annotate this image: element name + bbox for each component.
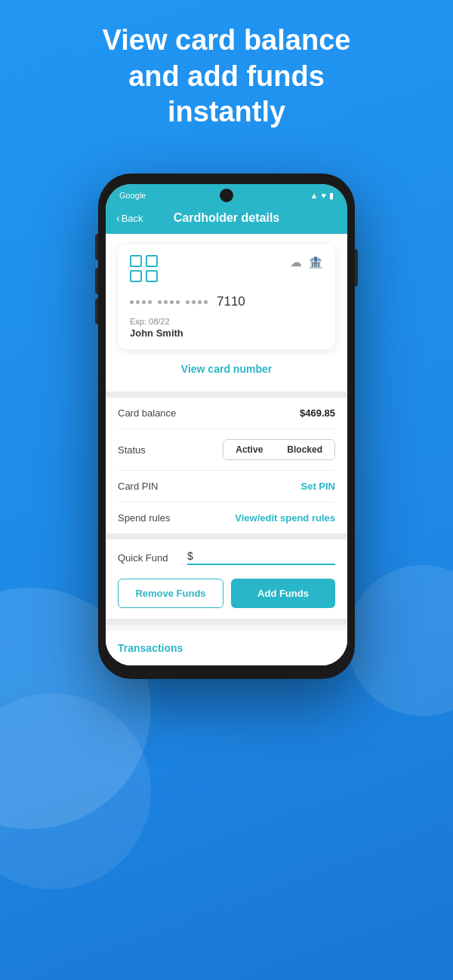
card-top-row: ☁ 🏦: [130, 255, 323, 282]
spend-rules-row: Spend rules View/edit spend rules: [118, 502, 335, 533]
active-button[interactable]: Active: [223, 440, 275, 459]
divider-3: [106, 619, 347, 625]
dollar-sign: $: [187, 550, 193, 562]
hero-title: View card balance and add funds instantl…: [0, 23, 453, 131]
app-header: ‹ Back Cardholder details: [106, 205, 347, 234]
status-toggle: Active Blocked: [223, 439, 335, 460]
divider-1: [106, 392, 347, 398]
credit-card: ☁ 🏦: [118, 244, 335, 349]
status-label: Status: [118, 444, 146, 456]
quick-fund-section: Quick Fund $: [106, 539, 347, 571]
signal-icon: ▲: [310, 191, 319, 200]
dot: [170, 300, 174, 304]
camera-notch: [220, 189, 233, 202]
view-card-button[interactable]: View card number: [118, 355, 335, 384]
logo-cell-3: [130, 270, 142, 282]
balance-value: $469.85: [300, 407, 335, 419]
quick-fund-input[interactable]: [196, 550, 335, 562]
spend-rules-label: Spend rules: [118, 512, 170, 524]
dot: [204, 300, 208, 304]
back-label: Back: [122, 213, 143, 224]
back-arrow-icon: ‹: [116, 212, 120, 224]
remove-funds-button[interactable]: Remove Funds: [118, 579, 223, 608]
dot: [142, 300, 146, 304]
dot: [148, 300, 152, 304]
transactions-link[interactable]: Transactions: [118, 642, 183, 654]
status-icons: ▲ ♥ ▮: [310, 191, 334, 201]
wifi-icon: ♥: [321, 191, 326, 200]
blocked-button[interactable]: Blocked: [275, 440, 334, 459]
dot: [136, 300, 140, 304]
dots-group-1: [130, 300, 152, 304]
dot: [158, 300, 162, 304]
pin-label: Card PIN: [118, 481, 158, 492]
dots-group-2: [158, 300, 180, 304]
spend-rules-link[interactable]: View/edit spend rules: [235, 512, 335, 524]
dot: [186, 300, 190, 304]
carrier-label: Google: [119, 191, 146, 200]
cloud-icon[interactable]: ☁: [290, 255, 302, 269]
card-last4: 7110: [217, 294, 245, 309]
quick-fund-input-wrap: $: [187, 550, 335, 565]
status-row: Status Active Blocked: [118, 429, 335, 471]
logo-cell-4: [146, 270, 158, 282]
card-section: ☁ 🏦: [106, 234, 347, 392]
dot: [164, 300, 168, 304]
add-funds-button[interactable]: Add Funds: [231, 579, 335, 608]
quick-fund-row: Quick Fund $: [118, 539, 335, 571]
dot: [198, 300, 202, 304]
battery-icon: ▮: [329, 191, 334, 201]
dot: [130, 300, 134, 304]
info-section: Card balance $469.85 Status Active Block…: [106, 398, 347, 533]
phone-mockup: Google ▲ ♥ ▮ ‹ Back Cardholder details: [98, 174, 355, 679]
transactions-section: Transactions: [106, 631, 347, 665]
pin-row: Card PIN Set PIN: [118, 471, 335, 502]
dot: [176, 300, 180, 304]
balance-label: Card balance: [118, 407, 176, 419]
quick-fund-label: Quick Fund: [118, 552, 178, 564]
action-buttons: Remove Funds Add Funds: [106, 571, 347, 619]
logo-cell-2: [146, 255, 158, 267]
card-logo: [130, 255, 159, 282]
set-pin-link[interactable]: Set PIN: [300, 481, 335, 492]
building-icon[interactable]: 🏦: [308, 255, 323, 269]
balance-row: Card balance $469.85: [118, 398, 335, 429]
card-number-row: 7110: [130, 294, 323, 309]
logo-cell-1: [130, 255, 142, 267]
card-action-icons: ☁ 🏦: [290, 255, 323, 269]
card-expiry: Exp: 08/22: [130, 317, 323, 326]
dots-group-3: [186, 300, 208, 304]
cardholder-name: John Smith: [130, 327, 323, 339]
page-title: Cardholder details: [174, 211, 279, 225]
dot: [192, 300, 196, 304]
divider-2: [106, 533, 347, 539]
back-button[interactable]: ‹ Back: [116, 212, 143, 224]
